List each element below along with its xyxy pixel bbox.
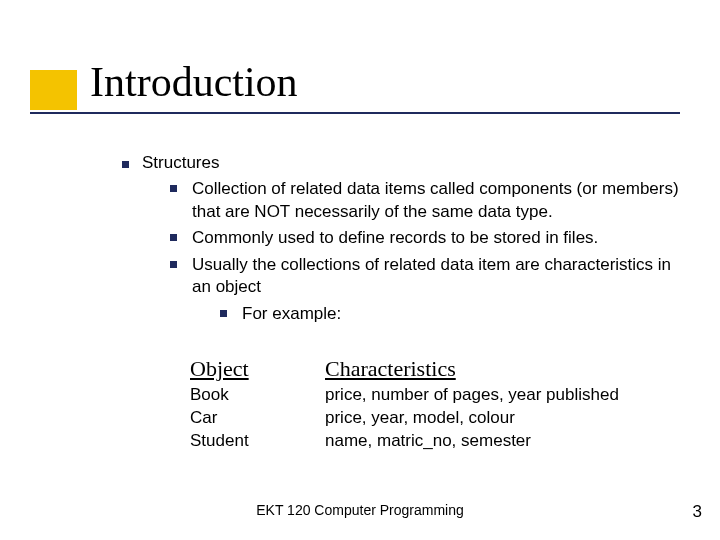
accent-box xyxy=(30,70,77,110)
square-bullet-icon xyxy=(170,234,177,241)
header-object: Object xyxy=(190,354,325,384)
list-item-text: Usually the collections of related data … xyxy=(192,255,671,296)
list-item: Collection of related data items called … xyxy=(170,178,680,223)
cell-object: Book xyxy=(190,384,325,407)
cell-characteristics: name, matric_no, semester xyxy=(325,430,705,453)
list-subitem: For example: xyxy=(220,303,680,325)
list-subitem-text: For example: xyxy=(242,304,341,323)
cell-characteristics: price, number of pages, year published xyxy=(325,384,705,407)
footer-text: EKT 120 Computer Programming xyxy=(0,502,720,518)
list-item-text: Commonly used to define records to be st… xyxy=(192,228,598,247)
table-header-row: Object Characteristics xyxy=(190,354,705,384)
square-bullet-icon xyxy=(170,261,177,268)
slide: Introduction Structures Collection of re… xyxy=(0,0,720,540)
page-title: Introduction xyxy=(90,58,298,106)
header-characteristics: Characteristics xyxy=(325,354,705,384)
content-block: Structures Collection of related data it… xyxy=(120,152,680,325)
level1-heading: Structures xyxy=(142,152,680,174)
square-bullet-icon xyxy=(170,185,177,192)
cell-object: Car xyxy=(190,407,325,430)
title-block: Introduction xyxy=(90,58,298,106)
table-row: Student name, matric_no, semester xyxy=(190,430,705,453)
cell-object: Student xyxy=(190,430,325,453)
list-item-text: Collection of related data items called … xyxy=(192,179,679,220)
cell-characteristics: price, year, model, colour xyxy=(325,407,705,430)
square-bullet-icon xyxy=(220,310,227,317)
list-item: Commonly used to define records to be st… xyxy=(170,227,680,249)
table-row: Book price, number of pages, year publis… xyxy=(190,384,705,407)
list-item: Usually the collections of related data … xyxy=(170,254,680,325)
page-number: 3 xyxy=(693,502,702,522)
title-underline xyxy=(30,112,680,114)
example-table: Object Characteristics Book price, numbe… xyxy=(190,354,705,453)
level2-list: Collection of related data items called … xyxy=(170,178,680,325)
table-row: Car price, year, model, colour xyxy=(190,407,705,430)
